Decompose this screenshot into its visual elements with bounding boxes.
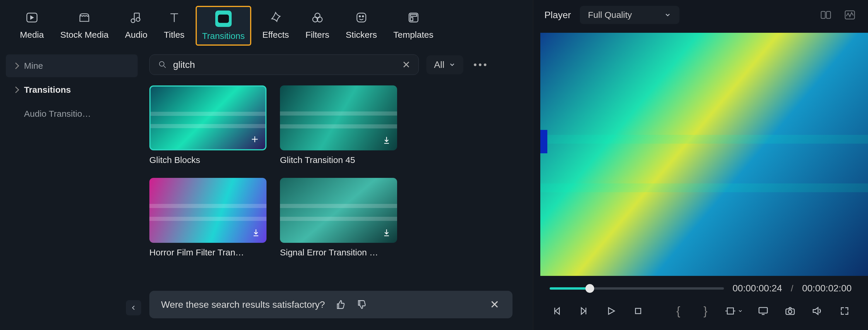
- nav-templates[interactable]: Templates: [388, 6, 439, 43]
- templates-icon: [405, 9, 422, 26]
- feedback-bar: Were these search results satisfactory? …: [149, 291, 513, 318]
- stickers-icon: [353, 9, 370, 26]
- svg-rect-15: [410, 18, 413, 21]
- sidebar-item-mine[interactable]: Mine: [6, 55, 137, 77]
- result-label: Signal Error Transition …: [280, 248, 397, 258]
- mark-in-button[interactable]: {: [671, 304, 686, 318]
- thumbs-down-button[interactable]: [355, 298, 367, 311]
- time-row: 00:00:00:24 / 00:00:02:00: [533, 276, 868, 297]
- quality-label: Full Quality: [588, 10, 632, 20]
- collapse-sidebar-button[interactable]: [126, 300, 141, 316]
- svg-rect-4: [218, 15, 229, 23]
- nav-stickers[interactable]: Stickers: [341, 6, 382, 43]
- filter-label: All: [434, 59, 444, 70]
- main-content: Mine Transitions Audio Transitio… ✕ All: [0, 52, 533, 330]
- stop-button[interactable]: [631, 304, 645, 318]
- result-thumbnail[interactable]: [149, 178, 267, 243]
- display-button[interactable]: [756, 304, 770, 318]
- result-label: Horror Film Filter Tran…: [149, 248, 267, 258]
- fullscreen-button[interactable]: [837, 304, 851, 318]
- left-panel: Media Stock Media Audio Titles Transitio…: [0, 0, 533, 330]
- more-options-button[interactable]: [471, 61, 489, 69]
- download-icon[interactable]: [381, 135, 393, 146]
- nav-stock-media[interactable]: Stock Media: [55, 6, 114, 43]
- sidebar-item-audio-transitions[interactable]: Audio Transitio…: [6, 102, 137, 125]
- chevron-right-icon: [12, 87, 19, 93]
- media-icon: [24, 9, 40, 26]
- download-icon[interactable]: [381, 227, 393, 239]
- thumbs-up-button[interactable]: [334, 298, 346, 311]
- sidebar-item-transitions[interactable]: Transitions: [6, 78, 137, 101]
- top-nav: Media Stock Media Audio Titles Transitio…: [0, 0, 533, 52]
- nav-media[interactable]: Media: [14, 6, 49, 43]
- chevron-down-icon: [738, 308, 743, 314]
- search-row: ✕ All: [149, 55, 521, 75]
- quality-dropdown[interactable]: Full Quality: [580, 6, 679, 24]
- close-feedback-button[interactable]: ✕: [489, 298, 501, 311]
- nav-label: Transitions: [202, 31, 245, 41]
- svg-rect-23: [759, 307, 767, 313]
- clear-search-button[interactable]: ✕: [402, 59, 410, 70]
- nav-transitions[interactable]: Transitions: [196, 6, 251, 46]
- result-card[interactable]: Glitch Blocks: [149, 86, 267, 165]
- svg-rect-21: [636, 308, 641, 314]
- player-controls: { }: [533, 297, 868, 330]
- waveform-icon[interactable]: [843, 8, 857, 22]
- nav-label: Stickers: [346, 30, 377, 40]
- next-frame-button[interactable]: [577, 304, 591, 318]
- nav-label: Media: [20, 30, 44, 40]
- player-preview[interactable]: [540, 33, 868, 276]
- titles-icon: [166, 9, 182, 26]
- result-thumbnail[interactable]: [280, 86, 397, 151]
- feedback-question: Were these search results satisfactory?: [161, 299, 325, 310]
- effects-icon: [267, 9, 284, 26]
- player-title: Player: [545, 10, 571, 21]
- stock-media-icon: [76, 9, 93, 26]
- nav-effects[interactable]: Effects: [257, 6, 294, 43]
- result-card[interactable]: Horror Film Filter Tran…: [149, 178, 267, 258]
- nav-label: Titles: [164, 30, 185, 40]
- svg-point-3: [136, 18, 140, 21]
- seek-fill: [550, 287, 590, 290]
- result-thumbnail[interactable]: [149, 86, 267, 151]
- mark-out-button[interactable]: }: [699, 304, 713, 318]
- svg-marker-20: [609, 308, 614, 315]
- content-column: ✕ All Glitch Blocks: [144, 52, 533, 330]
- play-button[interactable]: [604, 304, 618, 318]
- category-sidebar: Mine Transitions Audio Transitio…: [0, 52, 144, 330]
- time-separator: /: [791, 284, 793, 293]
- add-icon[interactable]: [249, 133, 260, 145]
- sidebar-item-label: Transitions: [24, 85, 71, 95]
- nav-audio[interactable]: Audio: [120, 6, 153, 43]
- seek-knob[interactable]: [585, 284, 594, 293]
- filters-icon: [309, 9, 326, 26]
- current-time: 00:00:00:24: [733, 283, 782, 294]
- crop-dropdown[interactable]: [725, 304, 743, 318]
- svg-point-16: [159, 61, 164, 66]
- search-input[interactable]: [173, 59, 396, 70]
- volume-button[interactable]: [810, 304, 825, 318]
- layout-grid-icon[interactable]: [819, 8, 833, 22]
- player-header: Player Full Quality: [533, 0, 868, 30]
- chevron-down-icon: [664, 11, 671, 19]
- nav-titles[interactable]: Titles: [159, 6, 190, 43]
- result-label: Glitch Blocks: [149, 155, 267, 165]
- result-card[interactable]: Glitch Transition 45: [280, 86, 397, 165]
- prev-frame-button[interactable]: [550, 304, 564, 318]
- seek-bar[interactable]: [550, 287, 724, 290]
- results-grid: Glitch Blocks Glitch Transition 45 Horro…: [149, 86, 521, 258]
- result-card[interactable]: Signal Error Transition …: [280, 178, 397, 258]
- nav-label: Effects: [262, 30, 289, 40]
- chevron-left-icon: [130, 304, 137, 311]
- snapshot-button[interactable]: [783, 304, 798, 318]
- svg-marker-1: [31, 16, 33, 19]
- nav-filters[interactable]: Filters: [300, 6, 335, 43]
- filter-dropdown[interactable]: All: [426, 55, 463, 74]
- download-icon[interactable]: [250, 227, 262, 239]
- search-box[interactable]: ✕: [149, 55, 419, 75]
- result-label: Glitch Transition 45: [280, 155, 397, 165]
- chevron-down-icon: [448, 61, 456, 68]
- result-thumbnail[interactable]: [280, 178, 397, 243]
- transitions-icon: [215, 10, 231, 27]
- nav-label: Stock Media: [60, 30, 108, 40]
